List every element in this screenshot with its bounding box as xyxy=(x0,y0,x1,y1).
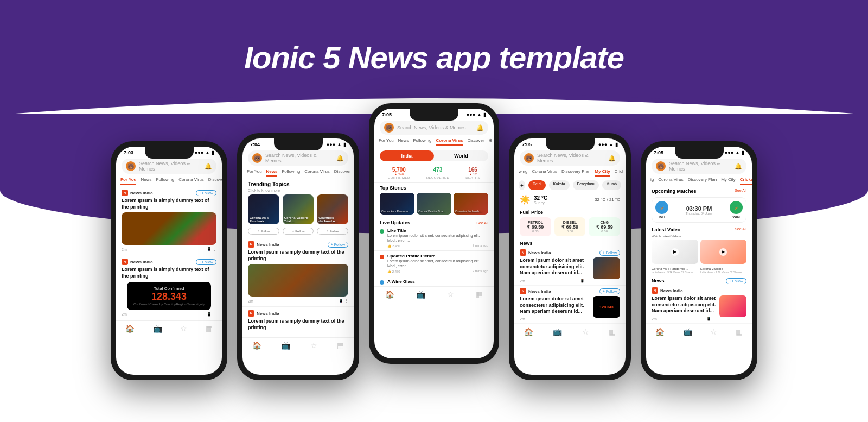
see-all-video-5[interactable]: See All xyxy=(735,227,746,232)
follow-trending-2-3[interactable]: ☆ Follow xyxy=(317,228,348,235)
tab-wing-4[interactable]: wing xyxy=(519,169,527,177)
share-icon-1-1[interactable]: 📱 ⋮ xyxy=(207,247,216,251)
tab-news-1[interactable]: News xyxy=(141,177,151,185)
share-icon-2-1[interactable]: 📱 ⋮ xyxy=(339,299,348,303)
video-meta-5-1: India News · 3.1k Views 37 Shares xyxy=(652,270,698,274)
tab-mycity-4[interactable]: My City xyxy=(595,169,610,177)
follow-trending-2-1[interactable]: ☆ Follow xyxy=(248,228,279,235)
story-label-3-2: Corona Vaccine Trial... xyxy=(418,210,445,213)
tab-discover-2[interactable]: Discover xyxy=(334,169,351,177)
city-bengaluru[interactable]: Bengaluru xyxy=(573,180,599,190)
tab-following-2[interactable]: Following xyxy=(282,169,300,177)
toggle-india-3[interactable]: India xyxy=(380,150,434,161)
nav-home-2[interactable]: 🏠 xyxy=(252,341,261,350)
nav-star-3[interactable]: ☆ xyxy=(447,290,454,299)
nav-home-5[interactable]: 🏠 xyxy=(655,327,665,336)
video-thumb-5-1[interactable]: ▶ xyxy=(652,240,698,264)
share-icon-1-2[interactable]: 📱 ⋮ xyxy=(207,312,216,317)
share-4-1[interactable]: 📱 ⋮ xyxy=(580,279,590,283)
nav-home-3[interactable]: 🏠 xyxy=(385,290,394,299)
trending-card-2-3[interactable]: Countries declared n... xyxy=(317,194,348,224)
nav-home-4[interactable]: 🏠 xyxy=(524,327,533,336)
nav-menu-1[interactable]: ▦ xyxy=(206,324,213,333)
tab-foryou-3[interactable]: For You xyxy=(379,138,394,146)
tab-cricket-5[interactable]: Cricket xyxy=(740,177,752,185)
tab-foryou-2[interactable]: For You xyxy=(247,169,262,177)
follow-btn-4-2[interactable]: + Follow xyxy=(599,288,620,294)
live-content-3-2: Updated Profile Picture Lorem ipsum dolo… xyxy=(387,254,488,273)
search-bar-3[interactable]: 🐻 Search News, Videos & Memes 🔔 xyxy=(380,121,488,135)
tab-following-1[interactable]: Following xyxy=(156,177,175,185)
follow-btn-1-2[interactable]: + Follow xyxy=(196,259,216,265)
battery-icon: ▮ xyxy=(212,150,214,155)
bell-icon-1[interactable]: 🔔 xyxy=(205,163,212,170)
weather-row-4: ☀️ 32 °C Sunny 32 °C / 21 °C xyxy=(514,192,626,207)
nav-home-1[interactable]: 🏠 xyxy=(125,324,135,333)
nav-menu-5[interactable]: ▦ xyxy=(736,327,743,336)
bell-icon-4[interactable]: 🔔 xyxy=(608,155,616,162)
see-all-live-3[interactable]: See All xyxy=(476,221,488,225)
tab-more-3[interactable]: ⊕ xyxy=(489,138,493,146)
tab-discovery-4[interactable]: Discovery Plan xyxy=(561,169,590,177)
tab-discover-1[interactable]: Discover xyxy=(208,177,222,185)
tab-corona-2[interactable]: Corona Virus xyxy=(304,169,330,177)
tab-corona-4[interactable]: Corona Virus xyxy=(532,169,557,177)
nav-video-5[interactable]: 📺 xyxy=(683,327,692,336)
search-bar-5[interactable]: 🐻 Search News, Videos & Memes 🔔 xyxy=(652,159,746,174)
story-img-3-3[interactable]: Countries declared n... xyxy=(454,193,488,215)
toggle-world-3[interactable]: World xyxy=(434,150,488,161)
tab-corona-1[interactable]: Corona Virus xyxy=(178,177,204,185)
tab-cric-4[interactable]: Cricl xyxy=(615,169,623,177)
story-label-3-1: Corona As s Pandemic... xyxy=(381,210,411,213)
trending-card-2-2[interactable]: Corona Vaccine Trial ... xyxy=(283,194,314,224)
tab-corona-5[interactable]: Corona Virus xyxy=(658,177,684,185)
tab-following-3[interactable]: Following xyxy=(413,138,432,146)
nav-video-2[interactable]: 📺 xyxy=(281,341,290,350)
tab-ig-5[interactable]: ig xyxy=(650,177,654,185)
bell-icon-5[interactable]: 🔔 xyxy=(735,163,742,170)
tab-discover-3[interactable]: Discover xyxy=(467,138,484,146)
city-mumb[interactable]: Mumb xyxy=(602,180,621,190)
tab-news-3[interactable]: News xyxy=(398,138,409,146)
trending-card-2-1[interactable]: Corona As s Pandemic ... xyxy=(248,194,279,224)
tab-corona-3[interactable]: Corona Virus xyxy=(436,138,463,146)
nav-star-1[interactable]: ☆ xyxy=(180,324,187,333)
nav-video-1[interactable]: 📺 xyxy=(153,324,162,333)
bell-icon-3[interactable]: 🔔 xyxy=(476,124,484,131)
weather-right-4: 32 °C / 21 °C xyxy=(595,197,620,202)
battery-icon-3: ▮ xyxy=(483,112,486,117)
search-bar-2[interactable]: 🐻 Search News, Videos & Memes 🔔 xyxy=(248,150,348,166)
follow-btn-2-1[interactable]: + Follow xyxy=(328,242,348,248)
city-delhi[interactable]: Delhi xyxy=(528,180,546,190)
nav-menu-4[interactable]: ▦ xyxy=(609,327,616,336)
story-img-3-2[interactable]: Corona Vaccine Trial... xyxy=(417,193,451,215)
follow-btn-4-1[interactable]: + Follow xyxy=(599,250,620,256)
source-dot-1-1: N xyxy=(122,190,128,196)
tab-mycity-5[interactable]: My City xyxy=(721,177,736,185)
follow-trending-2-2[interactable]: ☆ Follow xyxy=(283,228,314,235)
nav-menu-2[interactable]: ▦ xyxy=(337,341,344,350)
follow-news-5[interactable]: + Follow xyxy=(726,278,746,284)
story-img-3-1[interactable]: Corona As s Pandemic... xyxy=(380,193,414,215)
bell-icon-2[interactable]: 🔔 xyxy=(336,155,344,162)
see-all-matches-5[interactable]: See All xyxy=(735,188,746,194)
follow-btn-1-1[interactable]: + Follow xyxy=(196,190,216,196)
status-icons-4: ●●● ▲ ▮ xyxy=(598,142,618,147)
time-3: 7:05 xyxy=(382,112,392,117)
nav-star-5[interactable]: ☆ xyxy=(710,327,717,336)
tab-for-you-1[interactable]: For You xyxy=(120,177,136,185)
city-kokata[interactable]: Kokata xyxy=(549,180,570,190)
video-thumb-5-2[interactable]: ▶ xyxy=(700,240,747,264)
city-add-btn[interactable]: + xyxy=(519,180,525,190)
nav-star-4[interactable]: ☆ xyxy=(582,327,589,336)
tab-news-2[interactable]: News xyxy=(266,169,278,177)
nav-video-4[interactable]: 📺 xyxy=(553,327,562,336)
nav-menu-3[interactable]: ▦ xyxy=(476,290,483,299)
search-bar-1[interactable]: 🐻 Search News, Videos & Memes 🔔 xyxy=(122,159,216,174)
nav-star-2[interactable]: ☆ xyxy=(310,341,317,350)
news-item-1-2: N News India + Follow Lorem Ipsum is sim… xyxy=(116,255,222,320)
nav-video-3[interactable]: 📺 xyxy=(416,290,425,299)
share-5-1[interactable]: 📱 ⋮ xyxy=(706,317,716,321)
tab-discovery-5[interactable]: Discovery Plan xyxy=(688,177,717,185)
search-bar-4[interactable]: 🐻 Search News, Videos & Memes 🔔 xyxy=(520,150,620,166)
